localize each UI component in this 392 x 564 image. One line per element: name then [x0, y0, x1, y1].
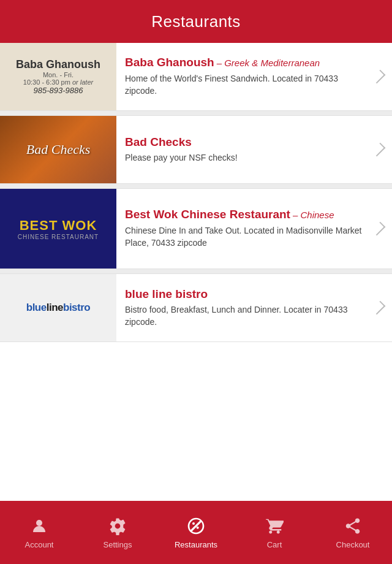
chevron-cell [370, 189, 392, 269]
restaurant-info: Best Wok Chinese Restaurant – Chinese Ch… [116, 189, 370, 269]
tab-cart-label: Cart [267, 540, 282, 549]
restaurant-name: Best Wok Chinese Restaurant [125, 208, 290, 221]
person-icon [29, 516, 50, 536]
thumb-name: Baba Ghanoush [16, 58, 100, 71]
chevron-cell [370, 43, 392, 110]
restaurant-name: blue line bistro [125, 288, 208, 301]
list-item[interactable]: Baba Ghanoush Mon. - Fri. 10:30 - 6:30 p… [0, 43, 392, 111]
thumb-hours2: 10:30 - 6:30 pm or later [23, 78, 93, 86]
pizza-icon [186, 516, 206, 536]
list-separator [0, 269, 392, 274]
restaurant-name: Baba Ghanoush [125, 56, 214, 69]
list-separator [0, 111, 392, 116]
list-separator [0, 184, 392, 189]
restaurant-category: – Greek & Mediterranean [217, 58, 320, 68]
name-row: Best Wok Chinese Restaurant – Chinese [125, 208, 363, 223]
restaurant-thumbnail: Baba Ghanoush Mon. - Fri. 10:30 - 6:30 p… [0, 43, 116, 110]
restaurant-list: Baba Ghanoush Mon. - Fri. 10:30 - 6:30 p… [0, 43, 392, 501]
baba-thumb-image: Baba Ghanoush Mon. - Fri. 10:30 - 6:30 p… [0, 43, 116, 110]
tab-account[interactable]: Account [0, 501, 78, 564]
header-title: Restaurants [151, 12, 241, 31]
restaurant-name: Bad Checks [125, 135, 192, 149]
thumb-hours: Mon. - Fri. [43, 71, 74, 78]
svg-point-0 [36, 520, 42, 526]
tab-settings-label: Settings [104, 540, 132, 549]
tab-settings[interactable]: Settings [78, 501, 157, 564]
restaurant-category: – Chinese [293, 210, 334, 220]
chevron-cell [370, 116, 392, 183]
tab-restaurants[interactable]: Restaurants [157, 501, 235, 564]
tab-checkout[interactable]: Checkout [314, 501, 392, 564]
bestwok-thumb-image: BEST WOK CHINESE RESTAURANT [0, 189, 116, 269]
tab-cart[interactable]: Cart [235, 501, 314, 564]
restaurant-thumbnail: Bad Checks [0, 116, 116, 183]
svg-point-3 [198, 523, 200, 525]
share-icon [342, 516, 363, 536]
thumb-text: bluelinebistro [26, 302, 90, 314]
name-row: blue line bistro [125, 288, 363, 302]
tab-account-label: Account [25, 540, 54, 549]
restaurant-description: Chinese Dine In and Take Out. Located in… [125, 225, 363, 249]
cart-icon [264, 516, 285, 536]
chevron-right-icon [372, 70, 386, 84]
list-item[interactable]: bluelinebistro blue line bistro Bistro f… [0, 274, 392, 342]
gear-icon [107, 516, 128, 536]
chevron-cell [370, 274, 392, 341]
chevron-right-icon [372, 301, 386, 315]
app-header: Restaurants [0, 0, 392, 43]
thumb-phone: 985-893-9886 [34, 86, 83, 95]
restaurant-info: Baba Ghanoush – Greek & Mediterranean Ho… [116, 43, 370, 110]
bluelinebistro-thumb-image: bluelinebistro [0, 274, 116, 341]
tab-bar: Account Settings Restaurants Cart [0, 501, 392, 564]
restaurant-thumbnail: BEST WOK CHINESE RESTAURANT [0, 189, 116, 269]
restaurant-description: Home of the World's Finest Sandwich. Loc… [125, 73, 363, 97]
svg-point-1 [192, 522, 195, 525]
restaurant-info: Bad Checks Please pay your NSF checks! [116, 116, 370, 183]
name-row: Baba Ghanoush – Greek & Mediterranean [125, 56, 363, 71]
restaurant-description: Please pay your NSF checks! [125, 152, 363, 164]
svg-point-2 [197, 527, 199, 529]
thumb-text: Bad Checks [26, 142, 90, 158]
name-row: Bad Checks [125, 135, 363, 150]
chevron-right-icon [372, 143, 386, 157]
list-item[interactable]: BEST WOK CHINESE RESTAURANT Best Wok Chi… [0, 189, 392, 269]
restaurant-thumbnail: bluelinebistro [0, 274, 116, 341]
chevron-right-icon [372, 222, 386, 236]
thumb-title: BEST WOK [20, 218, 97, 234]
tab-restaurants-label: Restaurants [175, 540, 217, 549]
restaurant-info: blue line bistro Bistro food, Breakfast,… [116, 274, 370, 341]
thumb-subtitle: CHINESE RESTAURANT [18, 234, 99, 240]
badchecks-thumb-image: Bad Checks [0, 116, 116, 183]
list-item[interactable]: Bad Checks Bad Checks Please pay your NS… [0, 116, 392, 184]
tab-checkout-label: Checkout [336, 540, 370, 549]
restaurant-description: Bistro food, Breakfast, Lunch and Dinner… [125, 304, 363, 328]
